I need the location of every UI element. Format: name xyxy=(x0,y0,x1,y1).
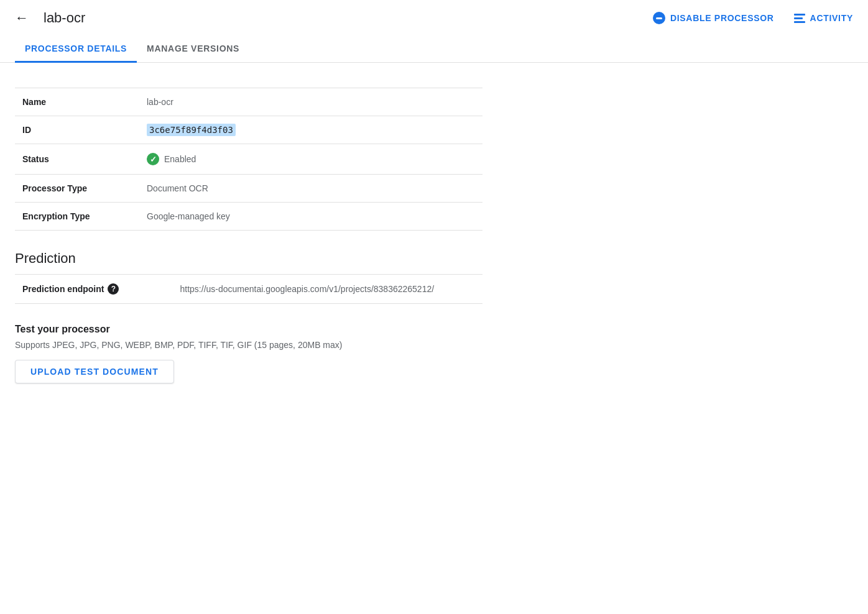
row-key-id: ID xyxy=(15,116,139,144)
activity-icon xyxy=(794,14,805,23)
back-arrow-icon: ← xyxy=(15,10,29,26)
page-title: lab-ocr xyxy=(44,10,638,26)
prediction-section: Prediction Prediction endpoint ? https:/… xyxy=(15,250,482,304)
back-button[interactable]: ← xyxy=(15,10,29,26)
help-icon[interactable]: ? xyxy=(108,283,119,295)
prediction-section-title: Prediction xyxy=(15,250,482,267)
upload-test-document-button[interactable]: UPLOAD TEST DOCUMENT xyxy=(15,360,174,383)
prediction-row: Prediction endpoint ? https://us-documen… xyxy=(15,275,482,304)
row-value-id: 3c6e75f89f4d3f03 xyxy=(139,116,482,144)
row-key-encryption-type: Encryption Type xyxy=(15,203,139,231)
row-value-status: Enabled xyxy=(139,144,482,175)
row-value-name: lab-ocr xyxy=(139,88,482,116)
header-actions: DISABLE PROCESSOR ACTIVITY xyxy=(653,12,853,24)
status-label: Enabled xyxy=(164,154,196,164)
main-content: Name lab-ocr ID 3c6e75f89f4d3f03 Status … xyxy=(0,63,497,398)
row-value-processor-type: Document OCR xyxy=(139,175,482,203)
page-header: ← lab-ocr DISABLE PROCESSOR ACTIVITY xyxy=(0,0,868,36)
prediction-label-cell: Prediction endpoint ? xyxy=(15,275,152,303)
details-table: Name lab-ocr ID 3c6e75f89f4d3f03 Status … xyxy=(15,88,482,231)
id-value[interactable]: 3c6e75f89f4d3f03 xyxy=(147,124,236,136)
status-check-icon xyxy=(147,153,159,165)
table-row: Encryption Type Google-managed key xyxy=(15,203,482,231)
upload-test-document-label: UPLOAD TEST DOCUMENT xyxy=(30,367,159,377)
test-section-subtitle: Supports JPEG, JPG, PNG, WEBP, BMP, PDF,… xyxy=(15,340,482,350)
disable-processor-icon xyxy=(653,12,665,24)
activity-button[interactable]: ACTIVITY xyxy=(794,13,853,23)
test-section-title: Test your processor xyxy=(15,324,482,335)
row-key-status: Status xyxy=(15,144,139,175)
tab-processor-details[interactable]: PROCESSOR DETAILS xyxy=(15,36,137,63)
table-row: Processor Type Document OCR xyxy=(15,175,482,203)
table-row: Name lab-ocr xyxy=(15,88,482,116)
prediction-endpoint-label: Prediction endpoint xyxy=(22,284,104,294)
status-enabled: Enabled xyxy=(147,153,475,165)
row-key-name: Name xyxy=(15,88,139,116)
tab-manage-versions[interactable]: MANAGE VERSIONS xyxy=(137,36,249,63)
disable-processor-label: DISABLE PROCESSOR xyxy=(670,13,774,23)
prediction-table: Prediction endpoint ? https://us-documen… xyxy=(15,274,482,304)
row-key-processor-type: Processor Type xyxy=(15,175,139,203)
row-value-encryption-type: Google-managed key xyxy=(139,203,482,231)
prediction-endpoint-value: https://us-documentai.googleapis.com/v1/… xyxy=(173,275,483,304)
activity-label: ACTIVITY xyxy=(810,13,853,23)
table-row: ID 3c6e75f89f4d3f03 xyxy=(15,116,482,144)
test-section: Test your processor Supports JPEG, JPG, … xyxy=(15,324,482,383)
table-row: Status Enabled xyxy=(15,144,482,175)
tabs-container: PROCESSOR DETAILS MANAGE VERSIONS xyxy=(0,36,868,63)
disable-processor-button[interactable]: DISABLE PROCESSOR xyxy=(653,12,774,24)
